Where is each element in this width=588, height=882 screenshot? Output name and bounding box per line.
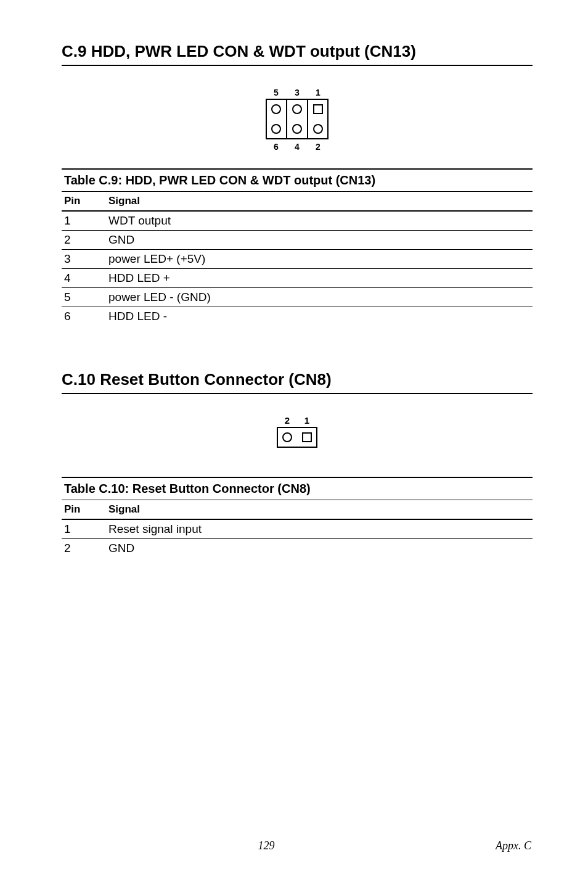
cell-pin: 5: [64, 291, 108, 304]
table-caption-c9: Table C.9: HDD, PWR LED CON & WDT output…: [62, 168, 533, 192]
page-number: 129: [0, 839, 533, 852]
svg-text:1: 1: [316, 88, 321, 97]
cell-signal: GND: [108, 542, 530, 555]
table-row: 5 power LED - (GND): [62, 288, 533, 307]
col-header-signal: Signal: [108, 503, 530, 516]
cell-pin: 2: [64, 233, 108, 247]
table-row: 3 power LED+ (+5V): [62, 250, 533, 269]
cell-signal: Reset signal input: [108, 522, 530, 536]
col-header-pin: Pin: [64, 503, 108, 516]
table-row: 6 HDD LED -: [62, 307, 533, 326]
section-rule-2: [62, 393, 533, 394]
col-header-pin: Pin: [64, 195, 108, 207]
table-row: 2 GND: [62, 231, 533, 250]
section-rule-1: [62, 65, 533, 66]
svg-point-10: [293, 125, 301, 133]
svg-text:5: 5: [274, 88, 279, 97]
appendix-label: Appx. C: [496, 839, 531, 852]
connector-diagram-cn8: 2 1: [62, 415, 533, 452]
cell-signal: WDT output: [108, 214, 530, 228]
section-title-2: C.10 Reset Button Connector (CN8): [62, 370, 533, 389]
svg-text:2: 2: [316, 142, 321, 152]
cell-signal: HDD LED -: [108, 310, 530, 323]
cell-signal: power LED+ (+5V): [108, 252, 530, 266]
svg-point-9: [272, 125, 280, 133]
table-row: 1 Reset signal input: [62, 520, 533, 539]
section-title-1: C.9 HDD, PWR LED CON & WDT output (CN13): [62, 42, 533, 61]
cell-signal: HDD LED +: [108, 271, 530, 285]
svg-point-11: [314, 125, 322, 133]
page-footer: 129 Appx. C: [0, 839, 588, 852]
svg-point-7: [293, 105, 301, 113]
cell-pin: 1: [64, 522, 108, 536]
cell-pin: 3: [64, 252, 108, 266]
svg-text:6: 6: [274, 142, 279, 152]
cell-signal: GND: [108, 233, 530, 247]
cell-signal: power LED - (GND): [108, 291, 530, 304]
svg-text:2: 2: [285, 415, 290, 426]
svg-point-6: [272, 105, 280, 113]
col-header-signal: Signal: [108, 195, 530, 207]
cell-pin: 4: [64, 271, 108, 285]
svg-point-18: [283, 433, 292, 442]
table-row: 4 HDD LED +: [62, 269, 533, 288]
connector-diagram-cn13: 5 3 1 6 4 2: [62, 87, 533, 155]
svg-text:3: 3: [295, 88, 300, 97]
table-caption-c10: Table C.10: Reset Button Connector (CN8): [62, 477, 533, 500]
svg-rect-19: [303, 433, 311, 442]
svg-text:4: 4: [295, 142, 300, 152]
table-row: 1 WDT output: [62, 212, 533, 231]
cell-pin: 1: [64, 214, 108, 228]
svg-rect-8: [314, 105, 322, 113]
svg-text:1: 1: [304, 415, 309, 426]
table-header-c9: Pin Signal: [62, 192, 533, 212]
cell-pin: 2: [64, 542, 108, 555]
table-row: 2 GND: [62, 539, 533, 558]
cell-pin: 6: [64, 310, 108, 323]
table-header-c10: Pin Signal: [62, 500, 533, 520]
